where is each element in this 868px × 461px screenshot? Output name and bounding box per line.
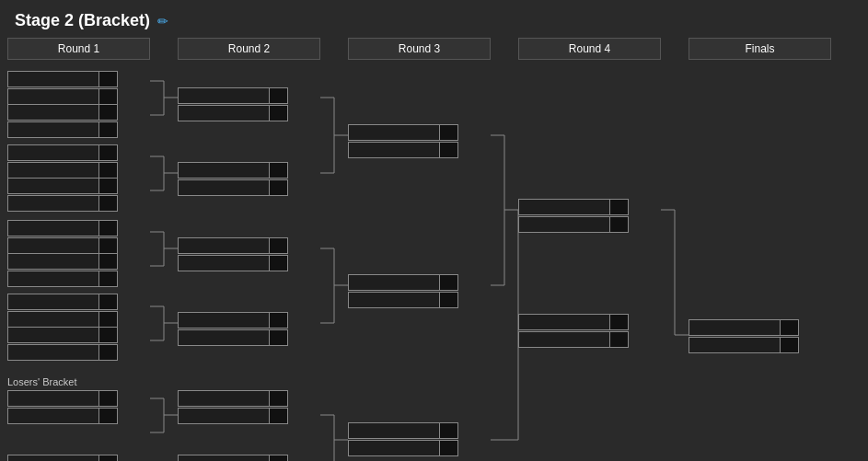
r2-match2	[178, 162, 288, 197]
team-row[interactable]	[348, 292, 458, 308]
r1-match3-bot	[7, 253, 118, 288]
team-row[interactable]	[7, 220, 118, 236]
lb-r3-match1	[348, 422, 458, 457]
team-row[interactable]	[348, 274, 458, 291]
team-row[interactable]	[7, 455, 118, 461]
team-row[interactable]	[7, 311, 118, 328]
finals-match	[689, 319, 799, 354]
r1-match1-bot	[7, 104, 118, 139]
r1-match4-bot	[7, 327, 118, 362]
team-row[interactable]	[178, 390, 288, 407]
r3-match2	[348, 274, 458, 309]
losers-bracket-label: Losers' Bracket	[7, 376, 76, 387]
team-row[interactable]	[348, 422, 458, 439]
team-row[interactable]	[7, 162, 118, 179]
round-header-3: Round 3	[348, 38, 491, 60]
team-row[interactable]	[7, 104, 118, 121]
r1-match1-top	[7, 71, 118, 106]
team-row[interactable]	[178, 312, 288, 328]
team-row[interactable]	[178, 329, 288, 346]
team-row[interactable]	[348, 124, 458, 141]
team-row[interactable]	[7, 178, 118, 194]
r1-match4-top	[7, 294, 118, 328]
r2-match3	[178, 237, 288, 272]
team-row[interactable]	[7, 327, 118, 343]
bracket-area: Losers' Bracket	[7, 63, 863, 461]
r4-match1	[518, 199, 629, 234]
team-row[interactable]	[689, 337, 799, 353]
round-header-4: Round 4	[518, 38, 661, 60]
team-row[interactable]	[7, 408, 118, 424]
team-row[interactable]	[178, 408, 288, 424]
team-row[interactable]	[7, 253, 118, 270]
page-title: Stage 2 (Bracket)	[15, 11, 150, 30]
team-row[interactable]	[178, 179, 288, 196]
team-row[interactable]	[7, 121, 118, 138]
round-header-1: Round 1	[7, 38, 150, 60]
r2-match4	[178, 312, 288, 347]
r1-match2-bot	[7, 178, 118, 213]
lb-r1-match1	[7, 390, 118, 425]
team-row[interactable]	[178, 455, 288, 461]
team-row[interactable]	[518, 331, 629, 348]
bracket-container: Round 1 Round 2 Round 3 Round 4 Finals	[0, 38, 868, 461]
team-row[interactable]	[178, 237, 288, 254]
team-row[interactable]	[518, 199, 629, 215]
bracket-connectors	[7, 63, 863, 461]
lb-r2-match2	[178, 455, 288, 461]
team-row[interactable]	[689, 319, 799, 336]
team-row[interactable]	[7, 71, 118, 87]
lb-r4-match1	[518, 314, 629, 349]
team-row[interactable]	[518, 314, 629, 330]
team-row[interactable]	[7, 237, 118, 254]
r1-match3-top	[7, 220, 118, 255]
team-row[interactable]	[518, 216, 629, 233]
r2-match1	[178, 87, 288, 122]
team-row[interactable]	[348, 142, 458, 158]
team-row[interactable]	[7, 88, 118, 105]
round-header-finals: Finals	[689, 38, 831, 60]
team-row[interactable]	[178, 162, 288, 179]
r1-match2-top	[7, 144, 118, 179]
round-headers: Round 1 Round 2 Round 3 Round 4 Finals	[7, 38, 863, 60]
team-row[interactable]	[178, 105, 288, 121]
page-header: Stage 2 (Bracket) ✏	[0, 0, 868, 38]
team-row[interactable]	[348, 440, 458, 456]
team-row[interactable]	[7, 390, 118, 407]
team-row[interactable]	[7, 195, 118, 212]
team-row[interactable]	[7, 271, 118, 287]
lb-r2-match1	[178, 390, 288, 425]
lb-r1-match2	[7, 455, 118, 461]
edit-icon[interactable]: ✏	[157, 14, 168, 29]
team-row[interactable]	[178, 255, 288, 271]
round-header-2: Round 2	[178, 38, 320, 60]
team-row[interactable]	[178, 87, 288, 104]
team-row[interactable]	[7, 344, 118, 361]
team-row[interactable]	[7, 144, 118, 161]
team-row[interactable]	[7, 294, 118, 310]
r3-match1	[348, 124, 458, 159]
